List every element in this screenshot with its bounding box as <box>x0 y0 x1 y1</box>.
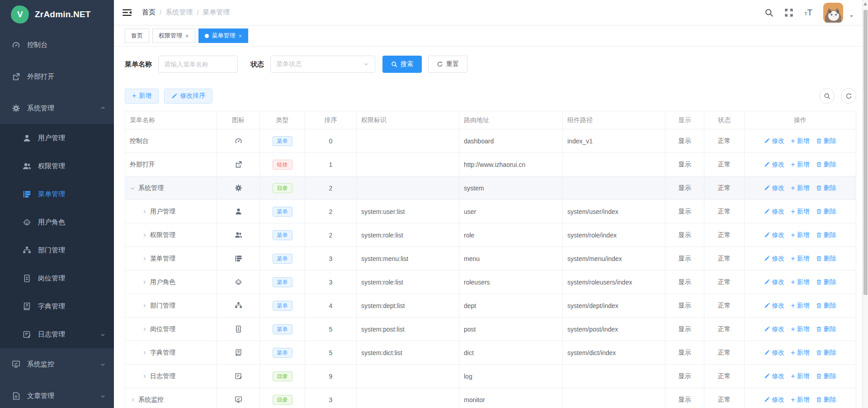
tree-toggle[interactable] <box>130 397 135 403</box>
delete-link[interactable]: 删除 <box>816 396 836 404</box>
fullscreen-icon[interactable] <box>784 8 793 17</box>
menu-name-input[interactable] <box>158 56 238 73</box>
users-icon <box>23 162 31 171</box>
sidebar-collapse-icon[interactable] <box>122 8 132 17</box>
breadcrumb-home[interactable]: 首页 <box>142 8 156 17</box>
tree-toggle[interactable] <box>142 280 147 285</box>
sidebar-item-system[interactable]: 系统管理 <box>0 92 114 124</box>
scrollbar-up-arrow-icon[interactable] <box>863 2 867 5</box>
cell-visible: 显示 <box>665 129 704 153</box>
add-link[interactable]: +新增 <box>791 349 809 357</box>
edit-link[interactable]: 修改 <box>764 255 784 263</box>
sidebar-item-dept[interactable]: 部门管理 <box>0 236 114 264</box>
avatar-caret-icon[interactable] <box>849 13 854 19</box>
sidebar-item-monitor[interactable]: 系统监控 <box>0 348 114 380</box>
close-icon[interactable]: × <box>239 33 242 39</box>
breadcrumb-system[interactable]: 系统管理 <box>165 8 193 17</box>
table-header-row: 菜单名称图标类型排序权限标识路由地址组件路径显示状态操作 <box>125 111 856 129</box>
cell-icon <box>217 129 260 153</box>
edit-link[interactable]: 修改 <box>764 302 784 310</box>
delete-link[interactable]: 删除 <box>816 349 836 357</box>
delete-link[interactable]: 删除 <box>816 208 836 216</box>
edit-sort-button[interactable]: 修改排序 <box>164 89 212 104</box>
edit-link[interactable]: 修改 <box>764 137 784 145</box>
add-link[interactable]: +新增 <box>791 137 809 145</box>
column-header: 组件路径 <box>563 111 665 129</box>
tree-toggle[interactable] <box>142 232 147 238</box>
dict-icon <box>23 302 31 311</box>
sidebar-item-article[interactable]: 文章管理 <box>0 380 114 408</box>
tree-toggle[interactable] <box>142 327 147 332</box>
sidebar-item-roleusers[interactable]: 用户角色 <box>0 208 114 236</box>
tree-toggle[interactable] <box>142 350 147 356</box>
add-link[interactable]: +新增 <box>791 255 809 263</box>
refresh-table-button[interactable] <box>841 88 856 104</box>
edit-link[interactable]: 修改 <box>764 208 784 216</box>
sidebar-item-menu[interactable]: 菜单管理 <box>0 180 114 208</box>
close-icon[interactable]: × <box>185 33 189 39</box>
edit-link[interactable]: 修改 <box>764 372 784 380</box>
edit-link[interactable]: 修改 <box>764 184 784 192</box>
sidebar-item-dict[interactable]: 字典管理 <box>0 292 114 320</box>
edit-link[interactable]: 修改 <box>764 278 784 286</box>
cell-type: 链接 <box>260 153 305 176</box>
search-icon[interactable] <box>764 8 774 17</box>
sidebar-item-role[interactable]: 权限管理 <box>0 152 114 180</box>
delete-link[interactable]: 删除 <box>816 302 836 310</box>
delete-link[interactable]: 删除 <box>816 137 836 145</box>
sidebar-item-log[interactable]: 日志管理 <box>0 320 114 348</box>
brand[interactable]: V ZrAdmin.NET <box>0 0 114 29</box>
show-search-button[interactable] <box>819 88 835 104</box>
add-link[interactable]: +新增 <box>791 208 809 216</box>
cell-component: system/user/index <box>563 200 665 223</box>
search-button[interactable]: 搜索 <box>382 56 422 73</box>
add-link[interactable]: +新增 <box>791 278 809 286</box>
delete-link[interactable]: 删除 <box>816 278 836 286</box>
delete-link[interactable]: 删除 <box>816 255 836 263</box>
delete-link[interactable]: 删除 <box>816 372 836 380</box>
sidebar-item-user[interactable]: 用户管理 <box>0 124 114 152</box>
add-link[interactable]: +新增 <box>791 396 809 404</box>
cell-visible: 显示 <box>665 223 704 247</box>
type-tag: 菜单 <box>273 324 292 334</box>
scrollbar-thumb[interactable] <box>863 10 868 295</box>
reset-button[interactable]: 重置 <box>428 56 467 73</box>
tab-菜单管理[interactable]: 菜单管理× <box>198 28 249 43</box>
delete-link[interactable]: 删除 <box>816 184 836 192</box>
sidebar-item-console[interactable]: 控制台 <box>0 29 114 61</box>
add-link[interactable]: +新增 <box>791 231 809 239</box>
cell-component: system/dept/index <box>563 294 665 318</box>
tab-首页[interactable]: 首页 <box>125 28 149 43</box>
cell-actions: 修改+新增删除 <box>745 341 856 365</box>
edit-link[interactable]: 修改 <box>764 325 784 333</box>
tree-toggle[interactable] <box>142 209 147 214</box>
add-link[interactable]: +新增 <box>791 325 809 333</box>
sidebar-item-post[interactable]: 岗位管理 <box>0 264 114 292</box>
tree-toggle[interactable] <box>142 374 147 379</box>
add-button[interactable]: + 新增 <box>125 89 159 104</box>
font-size-icon[interactable]: тT <box>804 8 812 18</box>
avatar[interactable] <box>823 3 843 23</box>
edit-link[interactable]: 修改 <box>764 396 784 404</box>
delete-link[interactable]: 删除 <box>816 161 836 169</box>
cell-permission <box>357 365 459 388</box>
tree-toggle[interactable] <box>130 185 135 191</box>
add-link[interactable]: +新增 <box>791 161 809 169</box>
delete-link[interactable]: 删除 <box>816 231 836 239</box>
edit-link[interactable]: 修改 <box>764 231 784 239</box>
cell-component <box>563 388 665 408</box>
type-tag: 菜单 <box>273 277 292 287</box>
tree-toggle[interactable] <box>142 303 147 308</box>
tab-权限管理[interactable]: 权限管理× <box>152 28 195 43</box>
edit-link[interactable]: 修改 <box>764 161 784 169</box>
tree-toggle[interactable] <box>142 256 147 261</box>
breadcrumb: 首页 / 系统管理 / 菜单管理 <box>142 8 230 17</box>
page-scrollbar[interactable] <box>862 0 868 408</box>
delete-link[interactable]: 删除 <box>816 325 836 333</box>
status-select[interactable]: 菜单状态 <box>270 56 375 73</box>
edit-link[interactable]: 修改 <box>764 349 784 357</box>
add-link[interactable]: +新增 <box>791 372 809 380</box>
add-link[interactable]: +新增 <box>791 184 809 192</box>
add-link[interactable]: +新增 <box>791 302 809 310</box>
sidebar-item-external[interactable]: 外部打开 <box>0 61 114 92</box>
